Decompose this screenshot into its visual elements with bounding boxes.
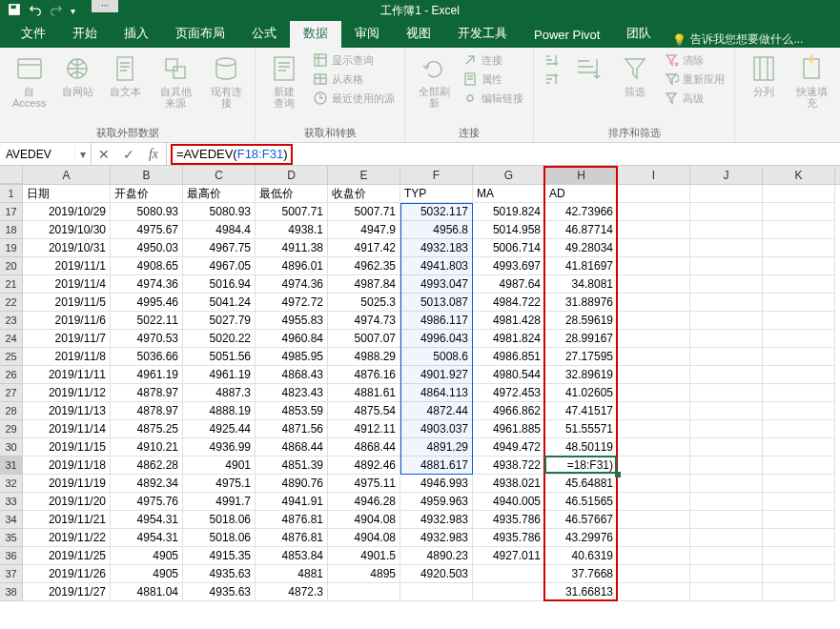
tab-team[interactable]: 团队 (613, 19, 665, 48)
name-box-input[interactable] (0, 148, 74, 161)
data-cell[interactable]: 45.64881 (545, 475, 618, 493)
data-cell[interactable]: 37.7668 (545, 565, 618, 583)
data-cell[interactable]: 4876.81 (256, 529, 328, 547)
from-table-button[interactable]: 从表格 (311, 71, 397, 88)
header-cell[interactable] (618, 185, 690, 203)
data-cell[interactable]: 4890.23 (400, 547, 473, 565)
data-cell[interactable]: 4959.963 (400, 493, 473, 511)
data-cell[interactable]: 4967.75 (183, 239, 256, 257)
data-cell[interactable]: 4996.043 (400, 330, 473, 348)
data-cell[interactable]: 4988.29 (328, 348, 400, 366)
data-cell[interactable]: 4975.1 (183, 475, 256, 493)
row-header[interactable]: 23 (0, 312, 23, 330)
data-cell[interactable]: 4986.117 (400, 312, 473, 330)
col-header-H[interactable]: H (545, 166, 618, 184)
data-cell[interactable]: 4947.9 (328, 221, 400, 239)
data-cell[interactable]: 4881.61 (328, 384, 400, 402)
data-cell[interactable] (618, 330, 690, 348)
data-cell[interactable]: 46.51565 (545, 493, 618, 511)
data-cell[interactable]: 5008.6 (400, 348, 473, 366)
data-cell[interactable]: 5018.06 (183, 511, 256, 529)
data-cell[interactable]: 4868.44 (328, 438, 400, 457)
data-cell[interactable]: 4985.95 (256, 348, 328, 366)
data-cell[interactable]: 2019/11/27 (23, 583, 111, 601)
recent-sources-button[interactable]: 最近使用的源 (311, 90, 397, 107)
data-cell[interactable]: 4984.722 (473, 294, 545, 312)
data-cell[interactable] (618, 457, 690, 475)
cancel-button[interactable]: ✕ (92, 147, 116, 162)
data-cell[interactable]: 2019/11/19 (23, 475, 111, 493)
data-cell[interactable]: 4912.11 (328, 420, 400, 438)
data-cell[interactable]: 5022.11 (111, 312, 183, 330)
data-cell[interactable]: 4881 (256, 565, 328, 583)
header-cell[interactable]: MA (473, 185, 545, 203)
data-cell[interactable] (618, 366, 690, 384)
data-cell[interactable]: 4956.8 (400, 221, 473, 239)
data-cell[interactable]: 2019/11/6 (23, 312, 111, 330)
data-cell[interactable]: 5006.714 (473, 239, 545, 257)
tell-me[interactable]: 💡 告诉我您想要做什么... (672, 31, 803, 48)
col-header-B[interactable]: B (111, 166, 183, 184)
name-box[interactable]: ▾ (0, 143, 92, 165)
data-cell[interactable]: 4932.983 (400, 511, 473, 529)
data-cell[interactable]: 48.50119 (545, 438, 618, 457)
data-cell[interactable] (690, 384, 763, 402)
data-cell[interactable] (618, 438, 690, 457)
data-cell[interactable]: 4823.43 (256, 384, 328, 402)
data-cell[interactable]: 4905 (111, 565, 183, 583)
data-cell[interactable]: 4872.3 (256, 583, 328, 601)
data-cell[interactable]: 5007.07 (328, 330, 400, 348)
data-cell[interactable] (328, 583, 400, 601)
data-cell[interactable]: 4975.11 (328, 475, 400, 493)
data-cell[interactable]: 5014.958 (473, 221, 545, 239)
data-cell[interactable]: 4938.021 (473, 475, 545, 493)
data-cell[interactable]: 4966.862 (473, 402, 545, 420)
row-header[interactable]: 28 (0, 402, 23, 420)
data-cell[interactable]: 5036.66 (111, 348, 183, 366)
data-cell[interactable]: 4896.01 (256, 257, 328, 275)
data-cell[interactable] (690, 257, 763, 275)
tab-view[interactable]: 视图 (393, 19, 444, 48)
data-cell[interactable]: 4892.34 (111, 475, 183, 493)
reapply-button[interactable]: 重新应用 (662, 71, 727, 88)
data-cell[interactable] (618, 221, 690, 239)
from-other-button[interactable]: 自其他来源 (152, 51, 199, 111)
data-cell[interactable]: 4935.786 (473, 529, 545, 547)
data-cell[interactable] (763, 438, 835, 457)
tab-insert[interactable]: 插入 (111, 19, 162, 48)
data-cell[interactable] (690, 348, 763, 366)
data-cell[interactable]: 5007.71 (256, 203, 328, 221)
data-cell[interactable]: 5025.3 (328, 294, 400, 312)
from-text-button[interactable]: 自文本 (104, 51, 146, 99)
data-cell[interactable]: 41.02605 (545, 384, 618, 402)
clear-button[interactable]: 清除 (662, 51, 727, 69)
data-cell[interactable]: 4938.722 (473, 457, 545, 475)
data-cell[interactable] (763, 257, 835, 275)
row-header[interactable]: 29 (0, 420, 23, 438)
data-cell[interactable] (763, 565, 835, 583)
row-header[interactable]: 21 (0, 275, 23, 294)
data-cell[interactable]: 5041.24 (183, 294, 256, 312)
data-cell[interactable]: 2019/11/8 (23, 348, 111, 366)
data-cell[interactable]: 4871.56 (256, 420, 328, 438)
col-header-J[interactable]: J (690, 166, 763, 184)
data-cell[interactable] (690, 366, 763, 384)
col-header-D[interactable]: D (256, 166, 328, 184)
data-cell[interactable] (763, 402, 835, 420)
col-header-K[interactable]: K (763, 166, 835, 184)
name-box-dropdown-icon[interactable]: ▾ (74, 148, 90, 161)
properties-button[interactable]: 属性 (461, 71, 525, 88)
data-cell[interactable] (763, 294, 835, 312)
row-header[interactable]: 17 (0, 203, 23, 221)
sort-asc-button[interactable] (542, 51, 561, 69)
header-cell[interactable]: 收盘价 (328, 185, 400, 203)
data-cell[interactable] (690, 438, 763, 457)
col-header-C[interactable]: C (183, 166, 256, 184)
data-cell[interactable]: 5013.087 (400, 294, 473, 312)
data-cell[interactable]: 2019/11/5 (23, 294, 111, 312)
data-cell[interactable]: 4980.544 (473, 366, 545, 384)
data-cell[interactable]: 4981.428 (473, 312, 545, 330)
row-header[interactable]: 24 (0, 330, 23, 348)
sort-desc-button[interactable] (542, 71, 561, 88)
data-cell[interactable] (618, 583, 690, 601)
